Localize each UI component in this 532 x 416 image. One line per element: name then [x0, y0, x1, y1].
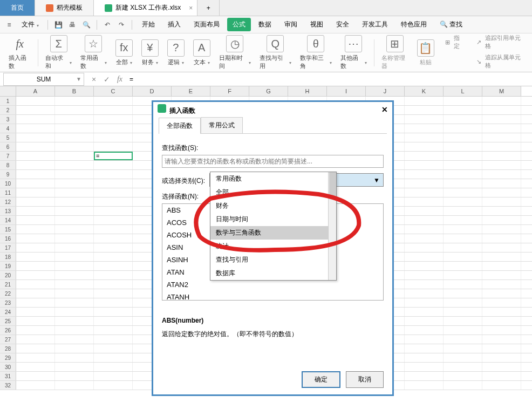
- row-header[interactable]: 10: [0, 179, 16, 188]
- menu-devtools[interactable]: 开发工具: [357, 18, 393, 31]
- row-header[interactable]: 9: [0, 170, 16, 179]
- cell[interactable]: [55, 271, 94, 279]
- ribbon-lookup[interactable]: Q 查找与引用: [255, 33, 296, 72]
- cell[interactable]: [94, 225, 133, 234]
- ribbon-datetime[interactable]: ◷ 日期和时间: [215, 33, 255, 72]
- cell[interactable]: [405, 197, 444, 206]
- cell[interactable]: [405, 161, 444, 169]
- cell[interactable]: [444, 225, 482, 234]
- col-header[interactable]: G: [249, 86, 288, 96]
- cell[interactable]: [482, 188, 521, 197]
- cell[interactable]: [16, 179, 55, 188]
- cell[interactable]: [94, 197, 133, 206]
- ribbon-autosum[interactable]: Σ 自动求和: [41, 33, 76, 72]
- cell[interactable]: [405, 280, 444, 289]
- cell[interactable]: [405, 106, 444, 114]
- cell[interactable]: [482, 142, 521, 151]
- cell[interactable]: [405, 207, 444, 215]
- cell[interactable]: [55, 216, 94, 224]
- row-header[interactable]: 8: [0, 161, 16, 169]
- cell[interactable]: [16, 253, 55, 261]
- cell[interactable]: [16, 262, 55, 270]
- cell[interactable]: [55, 353, 94, 362]
- dropdown-item[interactable]: 统计: [210, 240, 336, 253]
- cell[interactable]: [55, 262, 94, 270]
- col-header[interactable]: B: [55, 86, 94, 96]
- cell[interactable]: [405, 152, 444, 160]
- cell[interactable]: [482, 243, 521, 252]
- cell[interactable]: [94, 344, 133, 353]
- cell[interactable]: [482, 289, 521, 298]
- dropdown-item[interactable]: 常用函数: [210, 172, 336, 186]
- cell[interactable]: [444, 133, 482, 142]
- cell[interactable]: [16, 280, 55, 289]
- row-header[interactable]: 15: [0, 225, 16, 234]
- cell[interactable]: [16, 271, 55, 279]
- cell[interactable]: [405, 271, 444, 279]
- cell[interactable]: [482, 124, 521, 133]
- cell[interactable]: [94, 317, 133, 325]
- cell[interactable]: [94, 262, 133, 270]
- cell[interactable]: [482, 308, 521, 316]
- cell[interactable]: [444, 372, 482, 380]
- cell[interactable]: [482, 372, 521, 380]
- cell[interactable]: [94, 124, 133, 133]
- cell[interactable]: [444, 381, 482, 390]
- row-header[interactable]: 14: [0, 216, 16, 224]
- redo-icon[interactable]: ↷: [115, 19, 127, 31]
- ribbon-common-fn[interactable]: ☆ 常用函数: [76, 33, 111, 72]
- row-header[interactable]: 4: [0, 124, 16, 133]
- cell[interactable]: [55, 179, 94, 188]
- cell[interactable]: [94, 142, 133, 151]
- menu-formula[interactable]: 公式: [227, 18, 251, 31]
- cell[interactable]: [405, 335, 444, 344]
- cell[interactable]: [482, 326, 521, 335]
- cell[interactable]: [94, 161, 133, 169]
- cell[interactable]: [405, 97, 444, 105]
- chevron-down-icon[interactable]: ▼: [76, 76, 81, 82]
- cell[interactable]: [55, 161, 94, 169]
- tab-docstore[interactable]: 稻壳模板: [35, 0, 94, 16]
- cell[interactable]: [482, 363, 521, 371]
- cell[interactable]: [444, 142, 482, 151]
- row-header[interactable]: 29: [0, 353, 16, 362]
- cell[interactable]: [94, 216, 133, 224]
- col-header[interactable]: D: [133, 86, 172, 96]
- cell[interactable]: [55, 234, 94, 243]
- cell[interactable]: [405, 289, 444, 298]
- cell[interactable]: [482, 170, 521, 179]
- fx-button[interactable]: fx: [113, 75, 126, 84]
- cell[interactable]: [482, 161, 521, 169]
- cell[interactable]: [482, 197, 521, 206]
- cell[interactable]: [55, 253, 94, 261]
- cell[interactable]: [94, 289, 133, 298]
- ribbon-designate[interactable]: ⊞指定: [442, 33, 467, 51]
- cell[interactable]: [444, 161, 482, 169]
- dropdown-item[interactable]: 日期与时间: [210, 213, 336, 226]
- cell[interactable]: [94, 280, 133, 289]
- col-header[interactable]: E: [172, 86, 210, 96]
- cell[interactable]: [482, 225, 521, 234]
- cell[interactable]: [444, 326, 482, 335]
- cell[interactable]: [94, 133, 133, 142]
- cell[interactable]: [16, 381, 55, 390]
- cell[interactable]: [16, 308, 55, 316]
- cell[interactable]: [482, 344, 521, 353]
- cell[interactable]: [94, 335, 133, 344]
- cell[interactable]: [55, 97, 94, 105]
- row-header[interactable]: 11: [0, 188, 16, 197]
- category-dropdown[interactable]: 常用函数 全部 财务 日期与时间 数学与三角函数 统计 查找与引用 数据库: [210, 172, 337, 281]
- cell[interactable]: [482, 216, 521, 224]
- cell[interactable]: [482, 262, 521, 270]
- cell[interactable]: [55, 280, 94, 289]
- cell[interactable]: [16, 243, 55, 252]
- row-header[interactable]: 13: [0, 207, 16, 215]
- cell[interactable]: [444, 308, 482, 316]
- cell[interactable]: [405, 133, 444, 142]
- cell[interactable]: [94, 326, 133, 335]
- cell[interactable]: [405, 115, 444, 124]
- cell[interactable]: [444, 363, 482, 371]
- dropdown-item[interactable]: 查找与引用: [210, 253, 336, 267]
- menu-data[interactable]: 数据: [253, 18, 277, 31]
- cell[interactable]: [94, 207, 133, 215]
